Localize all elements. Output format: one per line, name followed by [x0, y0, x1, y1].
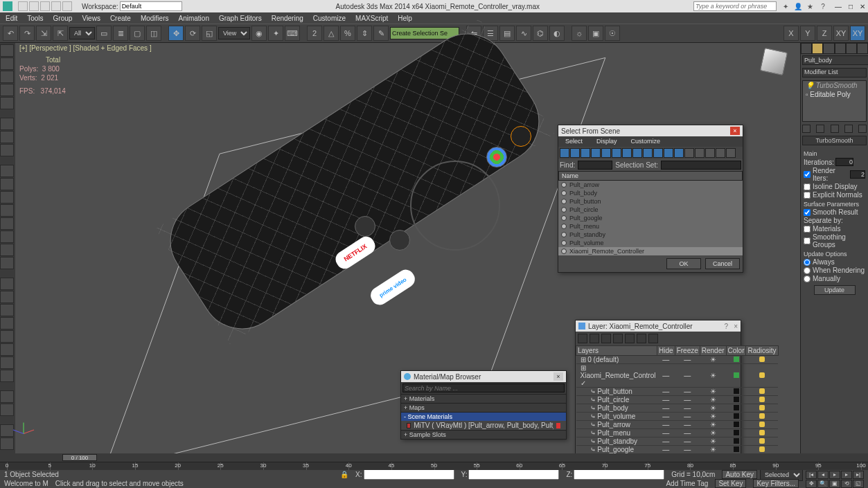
qat-save-icon[interactable]: [40, 1, 50, 11]
smooth-result-check[interactable]: Smooth Result: [804, 208, 865, 216]
workspace-select[interactable]: [120, 1, 182, 11]
scene-list-item[interactable]: Pult_circle: [558, 206, 743, 214]
link-icon[interactable]: ⇲: [36, 26, 51, 41]
helper-c-icon[interactable]: [0, 370, 14, 382]
redo-icon[interactable]: ↷: [19, 26, 35, 41]
geo-c-icon[interactable]: [0, 191, 14, 204]
geo-f-icon[interactable]: [0, 231, 14, 243]
geo-a-icon[interactable]: [0, 165, 14, 177]
menu-tools[interactable]: Tools: [27, 15, 43, 22]
sphere-icon[interactable]: [0, 57, 14, 70]
favorite-icon[interactable]: ★: [806, 1, 815, 11]
tab-hierarchy-icon[interactable]: [823, 43, 834, 54]
sep-materials-check[interactable]: Materials: [804, 225, 865, 233]
orbit-icon[interactable]: ⟲: [841, 480, 852, 488]
render-frame-icon[interactable]: ▣: [588, 26, 603, 41]
scene-list-item[interactable]: Pult_arrow: [558, 181, 743, 189]
addtimetag-button[interactable]: Add Time Tag: [666, 480, 708, 487]
manip-icon[interactable]: ✦: [268, 26, 283, 41]
time-knob[interactable]: 0 / 100: [62, 454, 97, 461]
menu-customize[interactable]: Customize: [313, 15, 346, 22]
axis-z-button[interactable]: Z: [817, 26, 832, 41]
list-header[interactable]: Name: [558, 171, 743, 181]
rotate-icon[interactable]: ⟳: [185, 26, 200, 41]
helper-b-icon[interactable]: [0, 356, 14, 369]
cat-materials[interactable]: + Materials: [401, 394, 566, 403]
tab-display[interactable]: Display: [590, 136, 624, 147]
col-radiosity[interactable]: Radiosity: [746, 346, 778, 356]
angle-snap-icon[interactable]: △: [324, 26, 339, 41]
tab-display-icon[interactable]: [846, 43, 857, 54]
scene-list-item[interactable]: Pult_google: [558, 214, 743, 222]
g1-icon[interactable]: [684, 148, 694, 158]
layer-row[interactable]: ⤷ Pult_button——☀: [576, 388, 779, 396]
tab-customize[interactable]: Customize: [624, 136, 668, 147]
next-frame-icon[interactable]: ▸: [841, 471, 852, 479]
undo-icon[interactable]: ↶: [3, 26, 18, 41]
cyl-icon[interactable]: [0, 71, 14, 83]
light-spot-icon[interactable]: [0, 291, 14, 303]
render-iters-row[interactable]: Render Iters:: [804, 167, 865, 182]
render-setup-icon[interactable]: ☼: [572, 26, 587, 41]
qat-redo-icon[interactable]: [62, 1, 72, 11]
layer-add-icon[interactable]: [601, 334, 611, 343]
unlink-icon[interactable]: ⇱: [53, 26, 68, 41]
isoline-check[interactable]: Isoline Display: [804, 183, 865, 190]
tab-utilities-icon[interactable]: [857, 43, 868, 54]
edit-named-sel-icon[interactable]: ✎: [373, 26, 389, 41]
sep-smgroups-check[interactable]: Smoothing Groups: [804, 233, 865, 248]
axis-y-button[interactable]: Y: [800, 26, 815, 41]
scene-list-item[interactable]: Xiaomi_Remote_Controller: [558, 247, 743, 255]
col-color[interactable]: Color: [726, 346, 746, 356]
viewport-label[interactable]: [+] [Perspective ] [Shaded + Edged Faces…: [19, 44, 152, 52]
cone-icon[interactable]: [0, 118, 14, 130]
schematic-icon[interactable]: ⌬: [533, 26, 548, 41]
col-layers[interactable]: Layers: [576, 346, 657, 356]
snap-icon[interactable]: 2: [307, 26, 322, 41]
maximize-vp-icon[interactable]: ◱: [853, 480, 864, 488]
sys-a-icon[interactable]: [0, 390, 14, 403]
z-input[interactable]: [574, 469, 664, 480]
upd-render-radio[interactable]: When Rendering: [804, 266, 865, 274]
cat-scene-materials[interactable]: - Scene Materials: [401, 412, 566, 421]
help-search-input[interactable]: [693, 1, 777, 11]
menu-create[interactable]: Create: [110, 15, 131, 22]
ref-coord-select[interactable]: View: [218, 27, 250, 39]
material-item[interactable]: MiTV ( VRayMtl ) [Pult_arrow, Pult_body,…: [401, 421, 566, 430]
time-ruler[interactable]: 0510152025303540455055606570758085909510…: [0, 462, 868, 470]
tab-motion-icon[interactable]: [835, 43, 846, 54]
ok-button[interactable]: OK: [666, 258, 701, 269]
layer-row[interactable]: ⤷ Pult_menu——☀: [576, 429, 779, 437]
object-name-input[interactable]: [802, 55, 868, 65]
curve-ed-icon[interactable]: ∿: [516, 26, 531, 41]
pin-stack-icon[interactable]: [802, 125, 811, 133]
layer-row[interactable]: ⤷ Pult_volume——☀: [576, 413, 779, 421]
unique-icon[interactable]: [831, 125, 839, 133]
minimize-button[interactable]: —: [835, 3, 842, 10]
prev-frame-icon[interactable]: ◂: [817, 471, 829, 479]
pyramid-icon[interactable]: [0, 144, 14, 156]
x-input[interactable]: [364, 469, 454, 480]
render-iters-input[interactable]: [850, 170, 865, 179]
geo-e-icon[interactable]: [0, 217, 14, 230]
tab-modify-icon[interactable]: [812, 43, 823, 54]
goto-start-icon[interactable]: |◂: [806, 471, 817, 479]
help-icon[interactable]: ?: [725, 323, 729, 330]
f9-icon[interactable]: [643, 148, 653, 158]
signin-icon[interactable]: 👤: [793, 1, 803, 11]
tab-select[interactable]: Select: [558, 136, 590, 147]
f4-icon[interactable]: [591, 148, 601, 158]
goto-end-icon[interactable]: ▸|: [853, 471, 864, 479]
scene-list-item[interactable]: Pult_volume: [558, 239, 743, 247]
f11-icon[interactable]: [664, 148, 673, 158]
mat-ed-icon[interactable]: ◐: [549, 26, 565, 41]
f2-icon[interactable]: [570, 148, 580, 158]
geo-b-icon[interactable]: [0, 178, 14, 190]
select-icon[interactable]: ▭: [96, 26, 112, 41]
misc-a-icon[interactable]: [0, 424, 14, 437]
g2-icon[interactable]: [695, 148, 705, 158]
g5-icon[interactable]: [726, 148, 736, 158]
tube-icon[interactable]: [0, 131, 14, 143]
dialog-close-icon[interactable]: ×: [734, 323, 738, 330]
menu-grapheditors[interactable]: Graph Editors: [219, 15, 262, 22]
